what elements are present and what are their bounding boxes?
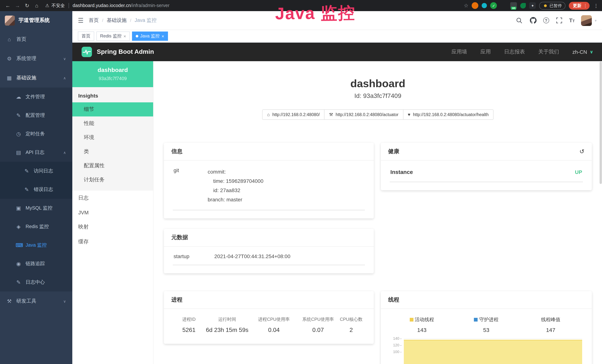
sidebar-item-config[interactable]: ✎ 配置管理 [0, 106, 72, 125]
update-button[interactable]: 更新 ⋮ [569, 2, 590, 10]
service-url-button[interactable]: ⌂ http://192.168.0.2:48080/ [262, 109, 325, 120]
reload-icon[interactable]: ↻ [23, 1, 31, 10]
extension-green-check-icon[interactable]: ✓ [490, 2, 497, 9]
help-icon[interactable]: ? [543, 17, 549, 23]
close-icon[interactable]: × [161, 34, 164, 38]
sba-item-scheduled-tasks[interactable]: 计划任务 [72, 173, 153, 187]
tag-home[interactable]: 首页 [78, 32, 94, 41]
tag-redis[interactable]: Redis 监控 × [97, 32, 130, 41]
sidebar-item-api-log[interactable]: ▤ API 日志 ∧ [0, 143, 72, 162]
monitor-icon: ▦ [6, 75, 12, 81]
browser-home-icon[interactable]: ⌂ [33, 1, 41, 10]
sba-item-caches[interactable]: 缓存 [72, 234, 153, 249]
sidebar-item-redis[interactable]: ◈ Redis 监控 [0, 217, 72, 236]
redis-icon: ◈ [16, 224, 22, 230]
sba-item-mappings[interactable]: 映射 [72, 220, 153, 234]
locale-selector[interactable]: zh-CN ∨ [572, 49, 593, 55]
breadcrumb-home[interactable]: 首页 [89, 17, 99, 24]
omnibox-divider [69, 3, 69, 8]
search-icon[interactable] [516, 17, 523, 24]
header-actions: ? TT ▾ [516, 15, 597, 26]
tag-java[interactable]: Java 监控 × [132, 32, 168, 41]
on-badge: on [511, 7, 516, 10]
sidebar-item-label: 日志中心 [26, 279, 45, 286]
sba-nav-about[interactable]: 关于我们 [538, 49, 559, 55]
cpu-cores-label: CPU核心数 [338, 316, 365, 323]
browser-menu-icon[interactable]: ⋮ [594, 3, 599, 8]
sidebar-item-system[interactable]: ⚙ 系统管理 ∨ [0, 49, 72, 68]
fullscreen-icon[interactable] [555, 17, 563, 24]
live-threads-marker [409, 318, 413, 321]
sidebar-item-dev-tools[interactable]: ⚒ 研发工具 ∨ [0, 291, 72, 311]
threads-card: 线程 活动线程 143 守护进程 [381, 291, 592, 364]
paused-pill[interactable]: ☻ 已暂停 [539, 2, 566, 10]
extension-paw-icon[interactable]: ✦ [529, 2, 536, 9]
sidebar-item-log-center[interactable]: ✎ 日志中心 [0, 273, 72, 291]
sba-item-logs[interactable]: 日志 [72, 191, 153, 205]
address-bar[interactable]: ⚠ 不安全 dashboard.yudao.iocoder.cn/infra/a… [45, 2, 462, 9]
bookmark-star-icon[interactable]: ☆ [464, 3, 469, 9]
sidebar-item-label: Redis 监控 [26, 223, 49, 230]
sba-item-environment[interactable]: 环境 [72, 130, 153, 145]
sidebar-item-java[interactable]: ⌨ Java 监控 [0, 236, 72, 254]
process-cpu-value: 0.04 [249, 327, 299, 333]
sba-nav-journal[interactable]: 日志报表 [504, 49, 525, 55]
sidebar-item-infra[interactable]: ▦ 基础设施 ∧ [0, 68, 72, 87]
service-url: http://192.168.0.2:48080/ [272, 112, 320, 117]
browser-toolbar: ← → ↻ ⌂ ⚠ 不安全 dashboard.yudao.iocoder.cn… [0, 0, 602, 11]
sba-nav-wall[interactable]: 应用墙 [452, 49, 467, 55]
url-text[interactable]: dashboard.yudao.iocoder.cn/infra/admin-s… [73, 3, 170, 8]
sba-item-details[interactable]: 细节 [72, 102, 153, 117]
sidebar-item-access-log[interactable]: ✎ 访问日志 [0, 162, 72, 180]
sidebar-item-home[interactable]: ⌂ 首页 [0, 30, 72, 49]
process-cpu-label: 进程CPU使用率 [249, 316, 299, 323]
extension-dark-on-icon[interactable]: on [510, 2, 517, 9]
font-size-icon[interactable]: TT [569, 17, 575, 24]
sba-item-metrics[interactable]: 性能 [72, 117, 153, 130]
sba-item-classes[interactable]: 类 [72, 145, 153, 159]
sba-nav-applications[interactable]: 应用 [480, 49, 491, 55]
log-pencil-icon: ✎ [24, 187, 30, 193]
sba-item-jvm[interactable]: JVM [72, 205, 153, 220]
github-icon[interactable] [529, 17, 537, 24]
live-threads-value: 143 [390, 327, 454, 333]
chevron-down-icon: ∨ [63, 299, 66, 303]
breadcrumb-infra[interactable]: 基础设施 [107, 17, 127, 24]
instance-header[interactable]: dashboard 93a3fc7f7409 [72, 61, 153, 87]
hamburger-icon[interactable]: ☰ [78, 17, 84, 24]
sidebar-item-job[interactable]: ◷ 定时任务 [0, 125, 72, 143]
chevron-down-icon: ∨ [590, 49, 593, 54]
actuator-url-button[interactable]: ⚒ http://192.168.0.2:48080/actuator [324, 109, 403, 120]
browser-actions: ☆ ✓ on ✦ ☻ 已暂停 更新 ⋮ ⋮ [464, 2, 599, 10]
health-instance-row[interactable]: Instance UP [390, 162, 583, 182]
status-badge: UP [575, 169, 582, 175]
app-menu: ⌂ 首页 ⚙ 系统管理 ∨ ▦ 基础设施 ∧ ☁ 文件管理 [0, 30, 72, 311]
sidebar-item-file[interactable]: ☁ 文件管理 [0, 87, 72, 106]
extension-teal-icon[interactable] [482, 3, 487, 8]
gridline [404, 338, 582, 339]
breadcrumb-separator: / [102, 18, 103, 23]
sba-item-configprops[interactable]: 配置属性 [72, 159, 153, 173]
sidebar-item-trace[interactable]: ◉ 链路追踪 [0, 254, 72, 273]
update-label: 更新 [573, 3, 581, 8]
health-url-button[interactable]: ♥ http://192.168.0.2:48080/actuator/heal… [403, 109, 493, 120]
back-icon[interactable]: ← [4, 1, 12, 10]
sidebar-item-mysql[interactable]: ▣ MySQL 监控 [0, 199, 72, 217]
breadcrumb-separator: / [130, 18, 131, 23]
app-logo[interactable]: 芋道管理系统 [0, 11, 72, 30]
scrollbar[interactable] [600, 62, 602, 184]
extension-leaf-icon[interactable] [520, 3, 526, 8]
metadata-card: 元数据 startup 2021-04-27T00:44:31.254+08:0… [164, 229, 374, 273]
sidebar-item-error-log[interactable]: ✎ 错误日志 [0, 180, 72, 199]
extension-orange-icon[interactable] [472, 2, 479, 9]
info-card: 信息 git commit: time: 1596289704000 id: 2… [164, 143, 374, 218]
sba-brand-title: Spring Boot Admin [97, 48, 154, 56]
security-label[interactable]: 不安全 [52, 2, 65, 9]
extension-color-grid-icon[interactable] [500, 2, 507, 9]
forward-icon[interactable]: → [13, 1, 22, 10]
user-avatar[interactable] [581, 15, 592, 26]
sba-navbar: Spring Boot Admin 应用墙 应用 日志报表 关于我们 zh-CN… [72, 43, 602, 61]
close-icon[interactable]: × [123, 34, 126, 38]
sidebar-item-label: 定时任务 [26, 130, 45, 137]
history-icon[interactable]: ↺ [579, 148, 584, 155]
